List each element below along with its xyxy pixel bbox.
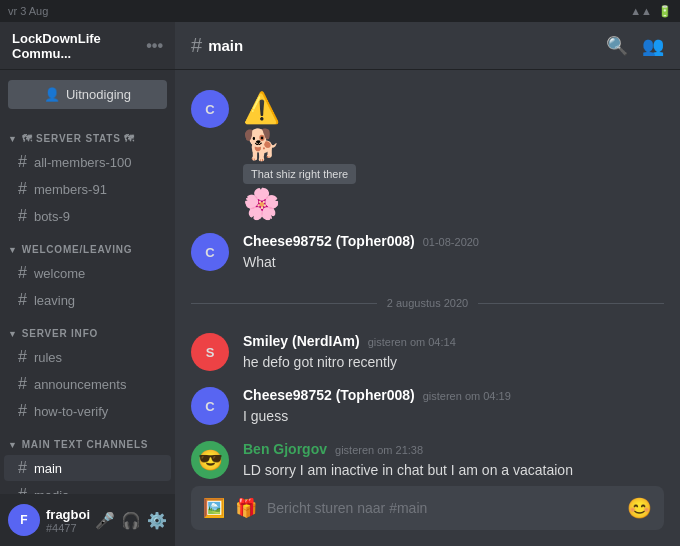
messages-container: C ⚠️ 🐕 That shiz right there 🌸 C Cheese9… <box>175 70 680 486</box>
hash-icon: # <box>18 348 27 366</box>
sticker-content: ⚠️ 🐕 That shiz right there 🌸 <box>243 90 356 221</box>
username: fragboi <box>46 507 89 522</box>
footer-actions: 🎤 🎧 ⚙️ <box>95 511 167 530</box>
hash-icon: # <box>191 34 202 57</box>
person-plus-icon: 👤 <box>44 87 60 102</box>
message-input[interactable] <box>267 500 617 516</box>
invite-button[interactable]: 👤 Uitnodiging <box>8 80 167 109</box>
msg-content: Cheese98752 (Topher008) gisteren om 04:1… <box>243 387 664 427</box>
hash-icon: # <box>18 180 27 198</box>
sidebar: LockDownLife Commu... ••• 👤 Uitnodiging … <box>0 22 175 546</box>
msg-avatar: C <box>191 233 229 271</box>
msg-text: What <box>243 252 664 273</box>
sticker-warning: ⚠️ <box>243 90 356 125</box>
channel-all-members[interactable]: # all-members-100 <box>4 149 171 175</box>
chat-header: # main 🔍 👥 <box>175 22 680 70</box>
date-label: 2 augustus 2020 <box>387 297 468 309</box>
divider-line <box>191 303 377 304</box>
members-icon[interactable]: 👥 <box>642 35 664 57</box>
user-tag: #4477 <box>46 522 89 534</box>
section-server-stats[interactable]: ▼ 🗺 SERVER STATS 🗺 <box>0 119 175 148</box>
msg-timestamp: gisteren om 21:38 <box>335 444 423 456</box>
msg-avatar: S <box>191 333 229 371</box>
channel-leaving[interactable]: # leaving <box>4 287 171 313</box>
msg-avatar: 😎 <box>191 441 229 479</box>
hash-icon: # <box>18 375 27 393</box>
msg-text: I guess <box>243 406 664 427</box>
hash-icon: # <box>18 264 27 282</box>
server-menu-icon[interactable]: ••• <box>146 37 163 55</box>
battery-icon: 🔋 <box>658 5 672 18</box>
input-area: 🖼️ 🎁 😊 <box>175 486 680 546</box>
title-bar-icons: ▲▲ 🔋 <box>630 5 672 18</box>
message-group: C Cheese98752 (Topher008) 01-08-2020 Wha… <box>191 227 664 279</box>
date-divider: 2 augustus 2020 <box>191 297 664 309</box>
hash-icon: # <box>18 207 27 225</box>
mic-icon[interactable]: 🎤 <box>95 511 115 530</box>
hash-icon: # <box>18 402 27 420</box>
msg-avatar: C <box>191 90 229 128</box>
hash-icon: # <box>18 291 27 309</box>
user-avatar: F <box>8 504 40 536</box>
arrow-icon: ▼ <box>8 245 18 255</box>
msg-avatar: C <box>191 387 229 425</box>
channel-bots[interactable]: # bots-9 <box>4 203 171 229</box>
message-group: S Smiley (NerdIAm) gisteren om 04:14 he … <box>191 327 664 379</box>
channel-members[interactable]: # members-91 <box>4 176 171 202</box>
server-header[interactable]: LockDownLife Commu... ••• <box>0 22 175 70</box>
add-file-icon[interactable]: 🖼️ <box>203 497 225 519</box>
msg-author: Ben Gjorgov <box>243 441 327 457</box>
title-date: vr 3 Aug <box>8 5 48 17</box>
message-group: 😎 Ben Gjorgov gisteren om 21:38 LD sorry… <box>191 435 664 486</box>
msg-author: Cheese98752 (Topher008) <box>243 387 415 403</box>
section-welcome-leaving[interactable]: ▼ WELCOME/LEAVING <box>0 230 175 259</box>
search-icon[interactable]: 🔍 <box>606 35 628 57</box>
emoji-icon[interactable]: 😊 <box>627 496 652 520</box>
channel-media[interactable]: # media <box>4 482 171 494</box>
channel-welcome[interactable]: # welcome <box>4 260 171 286</box>
section-main-text-channels[interactable]: ▼ MAIN TEXT CHANNELS <box>0 425 175 454</box>
sticker-sunglasses: 🐕 <box>243 127 356 162</box>
hash-icon: # <box>18 459 27 477</box>
user-info: fragboi #4477 <box>46 507 89 534</box>
sticker-text: That shiz right there <box>243 164 356 184</box>
msg-author: Cheese98752 (Topher008) <box>243 233 415 249</box>
arrow-icon: ▼ <box>8 440 18 450</box>
msg-text: LD sorry I am inactive in chat but I am … <box>243 460 664 481</box>
sticker-anime: 🌸 <box>243 186 356 221</box>
arrow-icon: ▼ <box>8 329 18 339</box>
channel-announcements[interactable]: # announcements <box>4 371 171 397</box>
section-server-info[interactable]: ▼ SERVER INFO <box>0 314 175 343</box>
msg-header: Ben Gjorgov gisteren om 21:38 <box>243 441 664 457</box>
msg-content: Ben Gjorgov gisteren om 21:38 LD sorry I… <box>243 441 664 481</box>
header-actions: 🔍 👥 <box>606 35 664 57</box>
channel-how-to-verify[interactable]: # how-to-verify <box>4 398 171 424</box>
msg-header: Cheese98752 (Topher008) gisteren om 04:1… <box>243 387 664 403</box>
chat-area: # main 🔍 👥 C ⚠️ 🐕 That shiz right there … <box>175 22 680 546</box>
settings-icon[interactable]: ⚙️ <box>147 511 167 530</box>
hash-icon: # <box>18 486 27 494</box>
msg-content: Smiley (NerdIAm) gisteren om 04:14 he de… <box>243 333 664 373</box>
wifi-icon: ▲▲ <box>630 5 652 17</box>
message-group: C Cheese98752 (Topher008) gisteren om 04… <box>191 381 664 433</box>
gift-icon[interactable]: 🎁 <box>235 497 257 519</box>
msg-header: Smiley (NerdIAm) gisteren om 04:14 <box>243 333 664 349</box>
msg-content: Cheese98752 (Topher008) 01-08-2020 What <box>243 233 664 273</box>
headphone-icon[interactable]: 🎧 <box>121 511 141 530</box>
channel-rules[interactable]: # rules <box>4 344 171 370</box>
msg-header: Cheese98752 (Topher008) 01-08-2020 <box>243 233 664 249</box>
app-body: LockDownLife Commu... ••• 👤 Uitnodiging … <box>0 22 680 546</box>
title-bar: vr 3 Aug ▲▲ 🔋 <box>0 0 680 22</box>
arrow-icon: ▼ <box>8 134 18 144</box>
divider-line <box>478 303 664 304</box>
message-input-box: 🖼️ 🎁 😊 <box>191 486 664 530</box>
channel-main[interactable]: # main <box>4 455 171 481</box>
user-panel: F fragboi #4477 🎤 🎧 ⚙️ <box>0 494 175 546</box>
sticker-message-group: C ⚠️ 🐕 That shiz right there 🌸 <box>191 86 664 225</box>
msg-timestamp: gisteren om 04:19 <box>423 390 511 402</box>
channel-title: # main <box>191 34 243 57</box>
server-name: LockDownLife Commu... <box>12 31 146 61</box>
sidebar-content: 👤 Uitnodiging ▼ 🗺 SERVER STATS 🗺 # all-m… <box>0 70 175 494</box>
msg-timestamp: gisteren om 04:14 <box>368 336 456 348</box>
msg-author: Smiley (NerdIAm) <box>243 333 360 349</box>
